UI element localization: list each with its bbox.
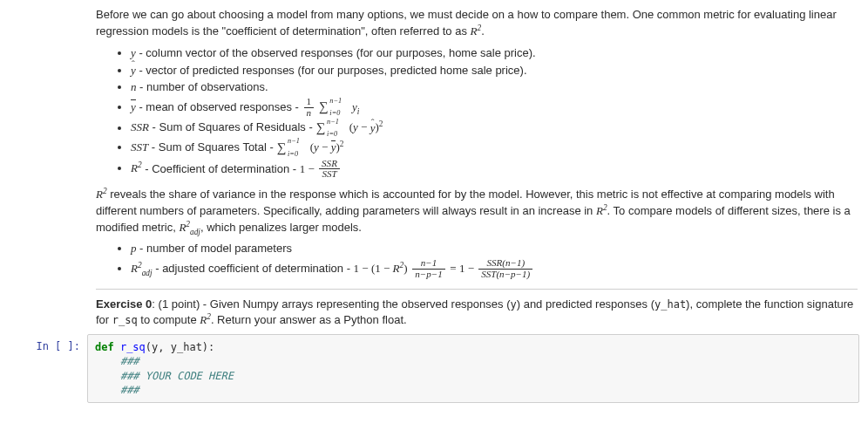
def-n: n - number of observations.: [131, 79, 858, 96]
frac-nm1-npm1: n−1n−p−1: [412, 258, 444, 279]
def-r2: R2 - Coefficient of determination - 1 − …: [131, 159, 858, 180]
sym-ybar: y: [131, 99, 136, 116]
def-r2adj-text: - adjusted coefficient of determination …: [153, 262, 354, 275]
r2-lead: R2: [96, 188, 107, 201]
def-ssr-text: - Sum of Squares of Residuals -: [149, 121, 315, 134]
sigma-icon: ∑n−1i=0: [315, 119, 327, 138]
intro-paragraph: Before we can go about choosing a model …: [96, 7, 858, 40]
sym-yhat: y: [131, 63, 136, 79]
def-ybar-text: - mean of observed responses -: [136, 100, 302, 113]
def-ssr: SSR - Sum of Squares of Residuals - ∑n−1…: [131, 119, 858, 138]
yi: yi: [352, 100, 359, 113]
sym-ssr: SSR: [131, 121, 149, 134]
def-y-text: - column vector of the observed response…: [136, 46, 536, 59]
divider: [96, 289, 858, 290]
def-yhat: y - vector of predicted responses (for o…: [131, 63, 858, 79]
frac-ssrn1-sstnp1: SSR(n−1)SST(n−p−1): [478, 258, 532, 279]
mid-paragraph: R2 reveals the share of variance in the …: [96, 187, 858, 236]
code-content[interactable]: def r_sq(y, y_hat): ### ### YOUR CODE HE…: [95, 340, 851, 397]
input-prompt: In [ ]:: [0, 334, 87, 354]
def-y: y - column vector of the observed respon…: [131, 45, 858, 62]
code-input-area[interactable]: def r_sq(y, y_hat): ### ### YOUR CODE HE…: [87, 334, 859, 403]
sigma-icon: ∑n−1i=0: [276, 139, 288, 158]
sym-r2adj: R2adj: [131, 262, 153, 275]
frac-1-n: 1n: [304, 97, 315, 118]
code-y: y: [510, 298, 516, 311]
sym-r2: R2: [131, 161, 142, 174]
definitions-list-2: p - number of model parameters R2adj - a…: [96, 241, 858, 279]
def-ybar: y - mean of observed responses - 1n ∑n−1…: [131, 97, 858, 118]
def-p-text: - number of model parameters: [137, 242, 292, 255]
intro-text-b: .: [481, 24, 485, 38]
mid-c: , which penalizes larger models.: [200, 221, 362, 234]
sigma-icon: ∑n−1i=0: [319, 98, 330, 117]
r-squared-symbol: R2: [471, 24, 482, 38]
exercise-0: Exercise 0: (1 point) - Given Numpy arra…: [96, 297, 858, 330]
definitions-list-1: y - column vector of the observed respon…: [96, 45, 858, 180]
code-yhat: y_hat: [654, 298, 686, 311]
exercise-pts: : (1 point) - Given Numpy arrays represe…: [152, 297, 510, 311]
intro-text-a: Before we can go about choosing a model …: [96, 8, 837, 38]
code-cell: In [ ]: def r_sq(y, y_hat): ### ### YOUR…: [0, 334, 868, 403]
def-r2adj: R2adj - adjusted coefficient of determin…: [131, 258, 858, 279]
exercise-label: Exercise 0: [96, 297, 152, 311]
code-rsq: r_sq: [112, 314, 138, 326]
sym-sst: SST: [131, 140, 148, 154]
def-r2-text: - Coefficient of determination -: [142, 161, 300, 174]
frac-ssr-sst: SSRSST: [319, 159, 340, 180]
def-sst: SST - Sum of Squares Total - ∑n−1i=0 (y …: [131, 139, 858, 158]
def-sst-text: - Sum of Squares Total -: [148, 140, 276, 154]
r2adj-sym: R2adj: [179, 221, 200, 234]
def-n-text: - number of observations.: [137, 80, 268, 93]
markdown-cell-1: Before we can go about choosing a model …: [96, 7, 868, 329]
def-p: p - number of model parameters: [131, 241, 858, 257]
def-yhat-text: - vector of predicted responses (for our…: [136, 64, 527, 77]
notebook-page: Before we can go about choosing a model …: [0, 0, 868, 412]
